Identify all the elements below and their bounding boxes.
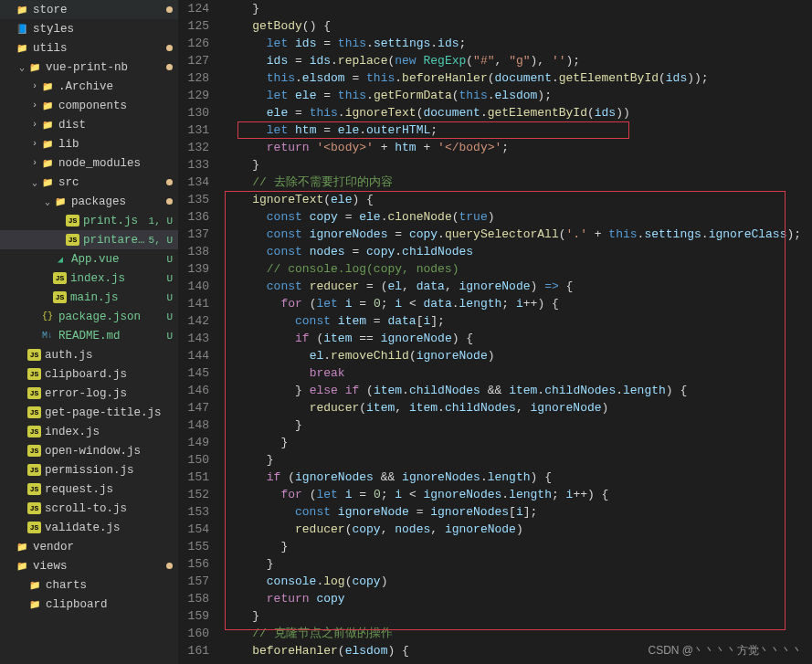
- file-main-js[interactable]: JSmain.jsU: [0, 288, 178, 307]
- folder-icon: 📁: [27, 578, 42, 593]
- file-label: packages: [71, 195, 163, 208]
- code-line[interactable]: const reducer = (el, data, ignoreNode) =…: [224, 278, 812, 295]
- folder-charts[interactable]: 📁charts: [0, 575, 178, 595]
- code-line[interactable]: const item = data[i];: [224, 312, 812, 330]
- code-line[interactable]: const ignoreNodes = copy.querySelectorAl…: [224, 226, 812, 243]
- code-line[interactable]: }: [224, 0, 812, 17]
- file-app-vue[interactable]: ◢App.vueU: [0, 249, 178, 269]
- file-label: open-window.js: [45, 445, 173, 458]
- code-line[interactable]: return copy: [224, 590, 812, 607]
- code-line[interactable]: let ids = this.settings.ids;: [224, 35, 812, 52]
- JS-icon: JS: [27, 349, 41, 361]
- line-number: 136: [178, 208, 209, 226]
- file-label: styles: [33, 23, 173, 36]
- folder-archive[interactable]: ›📁.Archive: [0, 77, 178, 96]
- modified-dot-icon: [166, 45, 173, 51]
- line-number: 156: [178, 555, 209, 573]
- watermark: CSDN @丶丶丶丶方觉丶丶丶丶: [648, 643, 803, 659]
- code-line[interactable]: getBody() {: [224, 17, 812, 35]
- code-line[interactable]: // 克隆节点之前做的操作: [224, 625, 812, 642]
- file-request-js[interactable]: JSrequest.js: [0, 480, 178, 499]
- code-editor[interactable]: 1241251261271281291301311321331341351361…: [178, 0, 812, 664]
- file-get-page-title-js[interactable]: JSget-page-title.js: [0, 403, 178, 422]
- code-line[interactable]: let ele = this.getFormData(this.elsdom);: [224, 87, 812, 104]
- folder-components[interactable]: ›📁components: [0, 96, 178, 115]
- code-line[interactable]: }: [224, 607, 812, 625]
- code-line[interactable]: const copy = ele.cloneNode(true): [224, 208, 812, 226]
- code-line[interactable]: } else if (item.childNodes && item.child…: [224, 382, 812, 399]
- line-number: 146: [178, 382, 209, 399]
- folder-packages[interactable]: ⌄📁packages: [0, 192, 178, 211]
- code-line[interactable]: ignoreText(ele) {: [224, 191, 812, 208]
- file-clipboard-js[interactable]: JSclipboard.js: [0, 364, 178, 384]
- folder-node-modules[interactable]: ›📁node_modules: [0, 153, 178, 173]
- folder-icon: 📁: [15, 559, 29, 574]
- file-label: main.js: [70, 291, 166, 304]
- folder-store[interactable]: 📁store: [0, 0, 178, 19]
- code-line[interactable]: break: [224, 364, 812, 382]
- folder-vendor[interactable]: 📁vendor: [0, 537, 178, 556]
- folder-views[interactable]: 📁views: [0, 556, 178, 575]
- JS-icon: JS: [27, 464, 41, 476]
- code-line[interactable]: console.log(copy): [224, 573, 812, 590]
- code-line[interactable]: reducer(item, item.childNodes, ignoreNod…: [224, 399, 812, 416]
- code-line[interactable]: ids = ids.replace(new RegExp("#", "g"), …: [224, 52, 812, 69]
- code-line[interactable]: }: [224, 538, 812, 555]
- folder-utils[interactable]: 📁utils: [0, 38, 178, 58]
- V-icon: ◢: [53, 252, 68, 267]
- folder-clipboard[interactable]: 📁clipboard: [0, 595, 178, 614]
- line-number: 154: [178, 521, 209, 538]
- file-package-json[interactable]: {}package.jsonU: [0, 307, 178, 326]
- file-auth-js[interactable]: JSauth.js: [0, 345, 178, 364]
- code-line[interactable]: for (let i = 0; i < data.length; i++) {: [224, 295, 812, 312]
- code-line[interactable]: }: [224, 555, 812, 573]
- code-line[interactable]: const nodes = copy.childNodes: [224, 243, 812, 260]
- JS-icon: JS: [53, 291, 67, 303]
- file-utils-index-js[interactable]: JSindex.js: [0, 422, 178, 441]
- code-line[interactable]: }: [224, 156, 812, 174]
- file-validate-js[interactable]: JSvalidate.js: [0, 518, 178, 537]
- code-content[interactable]: } getBody() { let ids = this.settings.id…: [224, 0, 812, 664]
- code-line[interactable]: if (ignoreNodes && ignoreNodes.length) {: [224, 469, 812, 486]
- file-label: error-log.js: [45, 387, 173, 400]
- code-line[interactable]: }: [224, 451, 812, 469]
- chevron-icon: ›: [29, 158, 40, 168]
- code-line[interactable]: }: [224, 416, 812, 434]
- file-print-js[interactable]: JSprint.js1, U: [0, 211, 178, 230]
- code-line[interactable]: return '<body>' + htm + '</body>';: [224, 139, 812, 156]
- file-open-window-js[interactable]: JSopen-window.js: [0, 441, 178, 460]
- folder-dist[interactable]: ›📁dist: [0, 115, 178, 134]
- folder-lib[interactable]: ›📁lib: [0, 134, 178, 153]
- file-printarea-js[interactable]: JSprintarea.js5, U: [0, 230, 178, 249]
- folder-styles[interactable]: 📘styles: [0, 19, 178, 38]
- code-line[interactable]: el.removeChild(ignoreNode): [224, 347, 812, 364]
- folder-src[interactable]: ⌄📁src: [0, 173, 178, 192]
- line-number: 126: [178, 35, 209, 52]
- line-number: 140: [178, 278, 209, 295]
- file-scroll-to-js[interactable]: JSscroll-to.js: [0, 499, 178, 518]
- code-line[interactable]: for (let i = 0; i < ignoreNodes.length; …: [224, 486, 812, 503]
- chevron-icon: ⌄: [42, 196, 53, 207]
- file-error-log-js[interactable]: JSerror-log.js: [0, 384, 178, 403]
- file-label: auth.js: [45, 349, 173, 362]
- line-number: 148: [178, 416, 209, 434]
- code-line[interactable]: ele = this.ignoreText(document.getElemen…: [224, 104, 812, 121]
- file-explorer[interactable]: 📁store📘styles📁utils⌄📁vue-print-nb›📁.Arch…: [0, 0, 178, 664]
- code-line[interactable]: const ignoreNode = ignoreNodes[i];: [224, 503, 812, 521]
- code-line[interactable]: this.elsdom = this.beforeHanler(document…: [224, 69, 812, 87]
- folder-vue-print-nb[interactable]: ⌄📁vue-print-nb: [0, 58, 178, 77]
- file-index-js[interactable]: JSindex.jsU: [0, 269, 178, 288]
- code-line[interactable]: let htm = ele.outerHTML;: [224, 121, 812, 139]
- code-line[interactable]: }: [224, 434, 812, 451]
- code-line[interactable]: if (item == ignoreNode) {: [224, 330, 812, 347]
- line-number: 161: [178, 642, 209, 659]
- code-line[interactable]: // console.log(copy, nodes): [224, 260, 812, 278]
- code-line[interactable]: reducer(copy, nodes, ignoreNode): [224, 521, 812, 538]
- file-permission-js[interactable]: JSpermission.js: [0, 460, 178, 480]
- git-status: U: [166, 273, 173, 284]
- file-readme-md[interactable]: M↓README.mdU: [0, 326, 178, 345]
- modified-dot-icon: [166, 563, 173, 569]
- file-label: print.js: [83, 215, 149, 227]
- folder-icon: 📁: [40, 156, 55, 171]
- code-line[interactable]: // 去除不需要打印的内容: [224, 174, 812, 191]
